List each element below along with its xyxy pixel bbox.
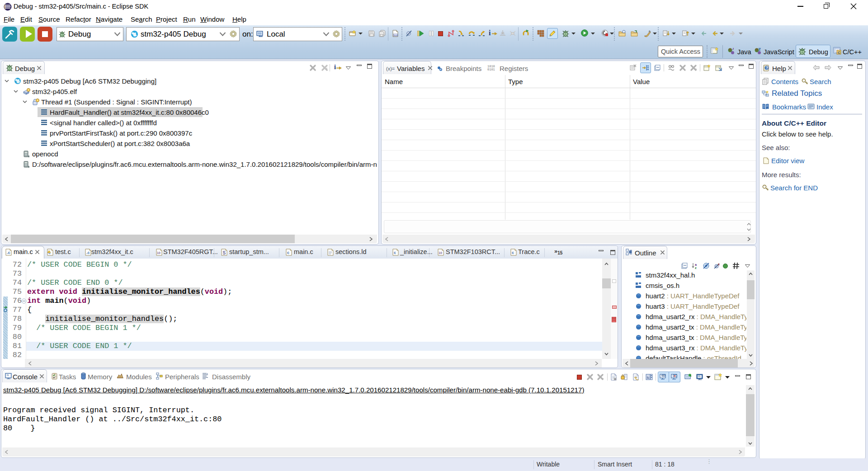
svg-text:.c: .c [7, 250, 10, 255]
svg-text:z: z [695, 266, 697, 269]
svg-text:10: 10 [439, 251, 442, 254]
svg-text:c: c [394, 250, 396, 255]
svg-text:c: c [512, 250, 514, 255]
svg-text:010: 010 [394, 34, 397, 36]
svg-text:S: S [223, 250, 226, 255]
svg-text:?: ? [766, 66, 768, 70]
svg-text:10: 10 [157, 251, 160, 254]
svg-text:.c: .c [86, 250, 90, 255]
svg-text:c: c [287, 250, 289, 255]
svg-text:s: s [718, 263, 720, 266]
svg-text:C: C [838, 51, 840, 55]
